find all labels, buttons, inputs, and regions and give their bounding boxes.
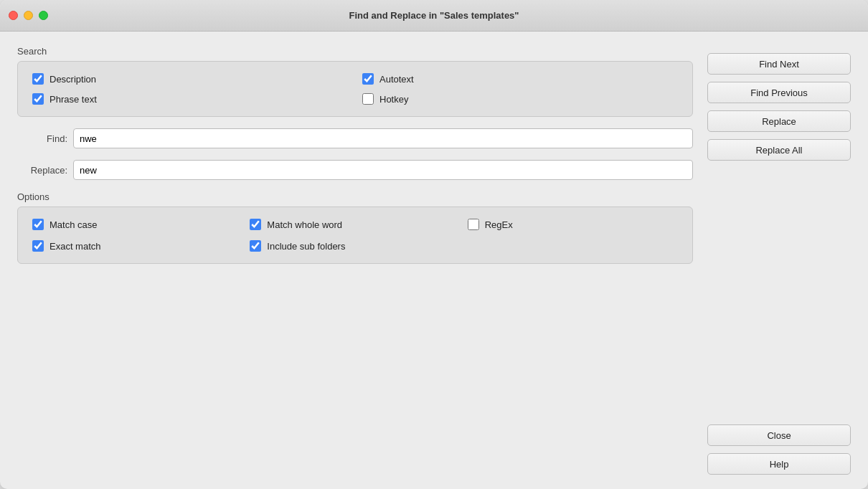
search-section: Search Description Autotext	[17, 46, 693, 117]
match-case-checkbox[interactable]	[32, 219, 44, 230]
description-checkbox-item: Description	[32, 73, 348, 85]
regex-checkbox-item: RegEx	[468, 219, 678, 230]
options-section-label: Options	[17, 191, 693, 202]
match-case-label[interactable]: Match case	[49, 219, 97, 230]
autotext-checkbox[interactable]	[362, 73, 374, 85]
search-checkbox-grid: Description Autotext Phrase text Ho	[32, 73, 678, 105]
regex-label[interactable]: RegEx	[485, 219, 513, 230]
replace-button[interactable]: Replace	[707, 110, 851, 132]
replace-label: Replace:	[17, 165, 67, 176]
match-whole-word-checkbox[interactable]	[250, 219, 261, 230]
maximize-window-button[interactable]	[39, 11, 48, 20]
replace-input[interactable]	[73, 160, 693, 180]
left-panel: Search Description Autotext	[17, 46, 693, 475]
close-window-button[interactable]	[9, 11, 18, 20]
search-section-box: Description Autotext Phrase text Ho	[17, 61, 693, 117]
window-title: Find and Replace in "Sales templates"	[349, 10, 519, 21]
match-case-checkbox-item: Match case	[32, 219, 242, 230]
find-input[interactable]	[73, 128, 693, 148]
spacer	[707, 168, 851, 417]
replace-all-button[interactable]: Replace All	[707, 139, 851, 161]
autotext-label[interactable]: Autotext	[379, 74, 414, 85]
exact-match-label[interactable]: Exact match	[49, 241, 101, 252]
autotext-checkbox-item: Autotext	[362, 73, 678, 85]
match-whole-word-checkbox-item: Match whole word	[250, 219, 460, 230]
replace-row: Replace:	[17, 160, 693, 180]
options-section-box: Match case Match whole word RegEx E	[17, 206, 693, 264]
minimize-window-button[interactable]	[24, 11, 33, 20]
title-bar: Find and Replace in "Sales templates"	[0, 0, 868, 32]
hotkey-checkbox-item: Hotkey	[362, 93, 678, 105]
content-area: Search Description Autotext	[0, 32, 868, 489]
regex-checkbox[interactable]	[468, 219, 479, 230]
exact-match-checkbox-item: Exact match	[32, 240, 242, 252]
options-section: Options Match case Match whole word	[17, 191, 693, 264]
search-section-label: Search	[17, 46, 693, 57]
find-previous-button[interactable]: Find Previous	[707, 82, 851, 103]
include-sub-folders-checkbox[interactable]	[250, 240, 261, 252]
traffic-lights	[9, 11, 48, 20]
include-sub-folders-label[interactable]: Include sub folders	[267, 241, 345, 252]
window: Find and Replace in "Sales templates" Se…	[0, 0, 868, 489]
hotkey-checkbox[interactable]	[362, 93, 374, 105]
options-checkbox-grid: Match case Match whole word RegEx E	[32, 219, 678, 252]
description-checkbox[interactable]	[32, 73, 44, 85]
include-sub-folders-checkbox-item: Include sub folders	[250, 240, 460, 252]
find-next-button[interactable]: Find Next	[707, 53, 851, 75]
help-button[interactable]: Help	[707, 453, 851, 475]
hotkey-label[interactable]: Hotkey	[379, 94, 408, 105]
phrase-text-checkbox[interactable]	[32, 93, 44, 105]
find-label: Find:	[17, 133, 67, 144]
close-button[interactable]: Close	[707, 424, 851, 446]
phrase-text-checkbox-item: Phrase text	[32, 93, 348, 105]
match-whole-word-label[interactable]: Match whole word	[267, 219, 342, 230]
description-label[interactable]: Description	[49, 74, 96, 85]
find-row: Find:	[17, 128, 693, 148]
phrase-text-label[interactable]: Phrase text	[49, 94, 97, 105]
exact-match-checkbox[interactable]	[32, 240, 44, 252]
right-panel: Find Next Find Previous Replace Replace …	[707, 46, 851, 475]
